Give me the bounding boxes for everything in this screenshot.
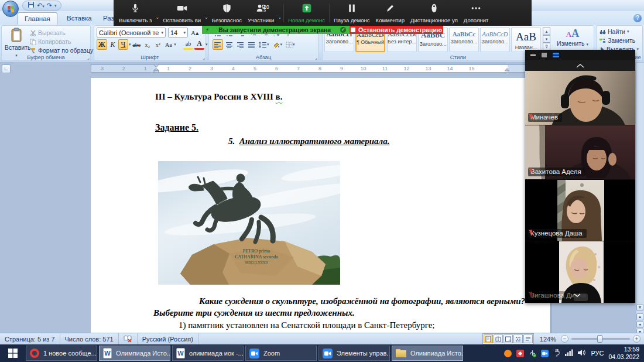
save-icon[interactable]: [28, 1, 35, 11]
mute-button[interactable]: Выключить з: [116, 0, 155, 26]
cut-button[interactable]: Вырезать: [30, 29, 66, 36]
taskbar-app-word-1[interactable]: W Олимпиада Исто...: [99, 346, 170, 361]
status-proofing[interactable]: [119, 333, 138, 344]
more-button[interactable]: Дополнит: [461, 0, 492, 26]
change-case-button[interactable]: Aa: [163, 39, 173, 50]
outline-view-icon[interactable]: [513, 334, 523, 343]
redo-icon[interactable]: ↷: [47, 1, 52, 10]
office-button[interactable]: [2, 1, 19, 17]
zoom-in-icon[interactable]: +: [633, 335, 640, 343]
tray-power-icon[interactable]: [553, 349, 560, 358]
taskbar-app-zoom-controls[interactable]: Элементы управ...: [318, 346, 390, 361]
bold-button[interactable]: Ж: [97, 39, 107, 50]
style-item-4[interactable]: AaBbCc Заголово...: [449, 28, 479, 52]
draft-view-icon[interactable]: [523, 334, 533, 343]
panel-scroll-down-button[interactable]: [574, 293, 588, 301]
tab-selector[interactable]: ∟: [2, 64, 11, 73]
panel-collapse-button[interactable]: [525, 60, 635, 71]
zoom-slider-thumb[interactable]: [597, 335, 602, 343]
scroll-down-icon[interactable]: ▼: [636, 304, 643, 311]
tray-red-app-icon[interactable]: [516, 350, 524, 357]
align-right-button[interactable]: [235, 39, 245, 50]
find-button[interactable]: Найти▾: [600, 28, 629, 35]
replace-button[interactable]: Заменить: [600, 37, 635, 44]
document-image[interactable]: PETRO primo CATHARINA secunda MDCCLXXXII: [158, 161, 340, 285]
align-center-button[interactable]: [224, 39, 234, 50]
mute-menu-chevron-icon[interactable]: ⌄: [155, 15, 160, 20]
font-color-menu-icon[interactable]: ▾: [205, 39, 208, 50]
security-button[interactable]: Безопаснос: [209, 0, 245, 26]
taskbar-app-word-2[interactable]: W олимпиада иок -...: [172, 346, 244, 361]
align-left-button[interactable]: [213, 39, 223, 50]
tray-usb-icon[interactable]: [529, 350, 536, 357]
full-screen-view-icon[interactable]: [494, 334, 503, 343]
status-page-count[interactable]: Страница: 5 из 7: [0, 333, 60, 344]
zoom-slider-track[interactable]: [571, 338, 630, 340]
format-painter-button[interactable]: Формат по образцу: [30, 47, 93, 54]
shading-button[interactable]: ▾: [272, 39, 284, 50]
zoom-level[interactable]: 124%: [540, 336, 556, 343]
web-layout-view-icon[interactable]: [503, 334, 513, 343]
annotate-button[interactable]: Комментир: [373, 0, 407, 26]
browse-previous-icon[interactable]: ▲: [636, 313, 643, 320]
vertical-scrollbar[interactable]: [636, 63, 644, 333]
participants-button[interactable]: 20 Участники: [245, 0, 277, 26]
font-dialog-launcher[interactable]: ⌟: [203, 55, 205, 60]
line-spacing-button[interactable]: ▾: [258, 39, 270, 50]
taskbar-clock[interactable]: 13:5904.03.2022: [608, 346, 639, 361]
paragraph-dialog-launcher[interactable]: ⌟: [315, 55, 317, 60]
new-share-button[interactable]: Новая демонс: [285, 0, 328, 26]
underline-button[interactable]: Ч: [118, 39, 128, 50]
style-item-6[interactable]: AaB Назван...: [511, 28, 541, 52]
strikethrough-button[interactable]: abc: [131, 39, 142, 50]
stop-share-button[interactable]: Остановить демонстрацию: [350, 26, 443, 34]
font-family-combo[interactable]: Calibri (Основной те▾: [97, 28, 166, 37]
panel-gallery-view-icon[interactable]: [553, 53, 559, 57]
help-icon[interactable]: ?: [633, 14, 642, 22]
video-menu-chevron-icon[interactable]: ⌄: [204, 15, 209, 20]
panel-speaker-view-icon[interactable]: [542, 53, 547, 57]
participant-video[interactable]: Вахитова Аделя: [525, 125, 635, 179]
start-button[interactable]: [0, 344, 26, 362]
styles-scroll-up-icon[interactable]: ▴: [543, 28, 550, 35]
remote-control-button[interactable]: Дистанционное уп: [407, 0, 461, 26]
browse-object-icon[interactable]: ●: [636, 321, 643, 328]
taskbar-app-folder[interactable]: Олимпиада Исто...: [392, 346, 463, 361]
participant-video[interactable]: Миначев: [525, 71, 635, 125]
superscript-button[interactable]: x²: [153, 39, 163, 50]
participants-menu-chevron-icon[interactable]: ⌄: [277, 15, 282, 20]
change-styles-button[interactable]: AA Изменить ▾: [554, 28, 591, 47]
participant-video[interactable]: Кузнецова Даша: [525, 180, 635, 241]
taskbar-app-opera[interactable]: 1 новое сообще...: [26, 346, 97, 361]
font-size-combo[interactable]: 14▾: [168, 28, 188, 37]
borders-button[interactable]: ▾: [285, 39, 296, 50]
pause-share-button[interactable]: Пауза демонс: [331, 0, 373, 26]
tray-zoom-icon[interactable]: [541, 350, 549, 357]
zoom-out-icon[interactable]: −: [561, 335, 568, 343]
change-case-menu-icon[interactable]: ▾: [174, 39, 176, 50]
tray-volume-icon[interactable]: [578, 349, 586, 357]
panel-minimize-icon[interactable]: [530, 54, 536, 56]
status-word-count[interactable]: Число слов: 571: [60, 333, 119, 344]
participant-video[interactable]: Зигашнова Диана: [525, 241, 635, 303]
italic-button[interactable]: К: [108, 39, 118, 50]
grow-font-icon[interactable]: А▴: [190, 28, 200, 38]
subscript-button[interactable]: x₂: [142, 39, 152, 50]
status-language[interactable]: Русский (Россия): [138, 333, 198, 344]
tab-insert[interactable]: Вставка: [60, 12, 98, 25]
indent-marker[interactable]: [153, 64, 159, 74]
qat-customize-icon[interactable]: ▾: [54, 1, 57, 10]
highlight-button[interactable]: ab: [183, 39, 193, 50]
language-indicator[interactable]: РУС: [591, 350, 604, 357]
tray-avast-icon[interactable]: [504, 350, 512, 357]
right-indent-marker[interactable]: [504, 69, 510, 74]
underline-menu-icon[interactable]: ▾: [129, 39, 131, 50]
justify-button[interactable]: [246, 39, 256, 50]
print-layout-view-icon[interactable]: [484, 334, 493, 343]
clipboard-dialog-launcher[interactable]: ⌟: [87, 55, 90, 60]
style-item-5[interactable]: AaBbCcD Заголово...: [480, 28, 510, 52]
tab-home[interactable]: Главная: [18, 12, 57, 25]
taskbar-app-zoom[interactable]: Zoom: [245, 346, 317, 361]
undo-icon[interactable]: ↶▾: [37, 1, 44, 11]
font-color-button[interactable]: А: [194, 39, 204, 50]
